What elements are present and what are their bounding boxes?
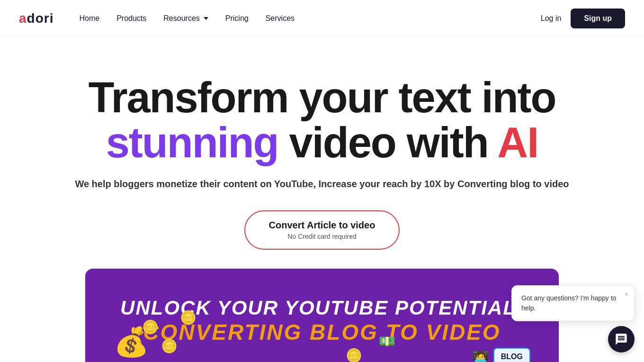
close-icon[interactable]: × [625,290,628,298]
nav-item-products[interactable]: Products [110,14,153,23]
chevron-down-icon [204,17,208,20]
login-link[interactable]: Log in [541,14,562,23]
coin-icon-3: 🪙 [180,310,197,326]
navbar: adori Home Products Resources Pricing Se… [0,0,644,37]
hero-headline-line2: stunning video with AI [57,120,587,165]
nav-links: Home Products Resources Pricing Services [72,10,301,27]
chat-bubble-text: Got any questions? I'm happy to help. [521,293,625,313]
nav-item-services[interactable]: Services [259,14,301,23]
chat-bubble: × Got any questions? I'm happy to help. [511,285,635,321]
nav-left: adori Home Products Resources Pricing Se… [19,10,301,27]
coin-icon-5: 💵 [379,334,395,349]
chat-button[interactable] [608,326,635,353]
chat-widget: × Got any questions? I'm happy to help. [511,285,635,353]
nav-item-home[interactable]: Home [72,14,106,23]
hero-text-ai: AI [497,119,538,166]
hero-subtext: We help bloggers monetize their content … [57,176,587,191]
nav-right: Log in Sign up [541,9,625,28]
cta-main-text: Convert Article to video [269,220,376,231]
hero-text-stunning: stunning [106,119,278,166]
nav-link-products[interactable]: Products [110,10,153,26]
hero-text-with: with [407,119,498,166]
nav-link-home[interactable]: Home [72,10,106,26]
nav-link-pricing[interactable]: Pricing [219,10,255,26]
nav-link-resources[interactable]: Resources [157,10,215,27]
blog-label-text: BLOG [501,353,523,361]
nav-item-resources[interactable]: Resources [157,10,215,27]
coin-icon-4: 🪙 [346,348,362,362]
coin-icon-2: 🪙 [161,338,178,354]
hero-text-video: video [289,119,396,166]
chat-icon [615,333,628,346]
nav-item-pricing[interactable]: Pricing [219,14,255,23]
cta-button[interactable]: Convert Article to video No Credit card … [244,210,400,250]
logo[interactable]: adori [19,11,54,26]
hero-headline-line1: Transform your text into [57,75,587,120]
coin-icon-1: 🪙 [142,319,159,335]
signup-button[interactable]: Sign up [571,9,625,28]
logo-text: adori [19,11,54,26]
cta-wrapper: Convert Article to video No Credit card … [57,210,587,250]
nav-link-services[interactable]: Services [259,10,301,26]
cta-sub-text: No Credit card required [287,233,357,240]
person-icon: 🧑‍💻 [472,350,489,362]
video-banner-line2: CONVERTING BLOG TO VIDEO [143,319,501,345]
video-banner: UNLOCK YOUR YOUTUBE POTENTIAL: CONVERTIN… [85,269,559,362]
